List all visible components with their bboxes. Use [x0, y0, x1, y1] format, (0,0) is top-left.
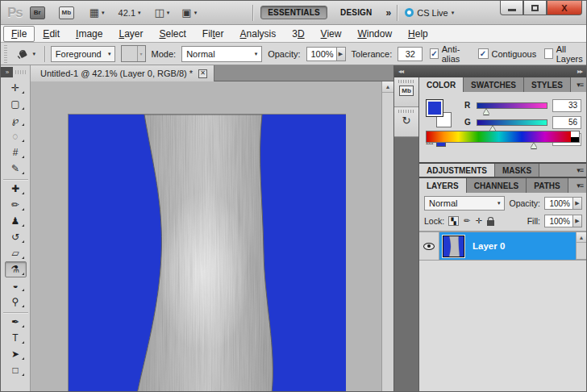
pen-tool[interactable]: ✒	[5, 314, 27, 330]
eraser-tool[interactable]: ▱	[5, 245, 27, 261]
slider-value[interactable]: 33	[552, 99, 581, 112]
fill-spinner[interactable]: ▶	[573, 215, 582, 227]
move-tool[interactable]: ✛	[5, 80, 27, 96]
workspace-essentials[interactable]: ESSENTIALS	[260, 6, 327, 19]
zoom-level-control[interactable]: 42.1 ▾	[119, 8, 141, 18]
menu-select[interactable]: Select	[151, 26, 194, 42]
layer-selected-area[interactable]: Layer 0	[439, 232, 576, 260]
black-chip[interactable]	[571, 137, 579, 143]
paint-bucket-tool[interactable]: ⚗	[5, 261, 27, 277]
opacity-input[interactable]: 100%	[306, 47, 337, 61]
menu-analysis[interactable]: Analysis	[232, 26, 285, 42]
options-bar-grip[interactable]	[4, 45, 7, 63]
contiguous-checkbox[interactable]: ✓ Contiguous	[478, 44, 537, 64]
collapse-dock-button[interactable]: ▸▸	[577, 68, 582, 75]
menu-view[interactable]: View	[313, 26, 350, 42]
all-layers-checkbox[interactable]: ✓ All Layers	[544, 44, 586, 64]
menu-image[interactable]: Image	[68, 26, 110, 42]
dodge-tool[interactable]: ⚲	[5, 294, 27, 310]
tab-channels[interactable]: CHANNELS	[467, 178, 527, 193]
pattern-picker[interactable]	[121, 45, 145, 62]
rectangular-marquee-tool[interactable]: ▢	[5, 96, 27, 112]
slider-marker[interactable]	[483, 109, 489, 115]
quick-selection-tool[interactable]: ◌	[5, 128, 27, 144]
menu-filter[interactable]: Filter	[194, 26, 232, 42]
path-selection-tool[interactable]: ➤	[5, 346, 27, 362]
launch-bridge-button[interactable]: Br	[30, 6, 45, 19]
slider-marker[interactable]	[531, 143, 537, 148]
lock-transparency-button[interactable]: ▚	[448, 216, 459, 226]
tab-styles[interactable]: STYLES	[524, 77, 571, 92]
tab-paths[interactable]: PATHS	[527, 178, 568, 193]
rectangle-tool[interactable]: □	[5, 362, 27, 378]
menu-edit[interactable]: Edit	[35, 26, 68, 42]
tools-collapse-button[interactable]: »	[1, 67, 13, 77]
lasso-tool[interactable]: ℘	[5, 112, 27, 128]
crop-tool[interactable]: #	[5, 144, 27, 161]
brush-tool[interactable]: ✏	[5, 197, 27, 213]
panel-menu-icon[interactable]: ▾≡	[577, 81, 583, 89]
history-brush-tool[interactable]: ↺	[5, 229, 27, 245]
menu-help[interactable]: Help	[400, 26, 436, 42]
minimize-button[interactable]	[500, 1, 523, 15]
blur-tool[interactable]: ◒	[5, 277, 27, 294]
antialias-checkbox[interactable]: ✓ Anti-alias	[430, 44, 469, 64]
tab-masks[interactable]: MASKS	[495, 164, 539, 177]
color-spectrum-ramp[interactable]	[426, 131, 580, 143]
slider-track[interactable]	[477, 102, 547, 109]
canvas-vertical-scrollbar[interactable]: ▲	[381, 81, 393, 391]
lock-position-button[interactable]: ✛	[476, 217, 482, 225]
spot-healing-brush-tool[interactable]: ✚	[5, 181, 27, 197]
panel-menu-icon[interactable]: ▾≡	[577, 166, 583, 174]
tab-color[interactable]: COLOR	[419, 77, 464, 92]
menu-layer[interactable]: Layer	[110, 26, 151, 42]
mode-select[interactable]: Normal ▾	[181, 46, 262, 62]
layer-name[interactable]: Layer 0	[473, 241, 505, 251]
menu-3d[interactable]: 3D	[284, 26, 312, 42]
slider-value[interactable]: 56	[552, 116, 581, 129]
arrange-documents-button[interactable]: ◫ ▾	[155, 7, 170, 18]
screen-mode-button[interactable]: ▣ ▾	[181, 7, 197, 18]
cs-live-button[interactable]: CS Live ▾	[405, 8, 454, 18]
fill-source-select[interactable]: Foreground ▾	[51, 46, 116, 62]
slider-track[interactable]	[477, 119, 547, 126]
launch-mini-bridge-button[interactable]: Mb	[59, 6, 74, 19]
menu-file[interactable]: File	[3, 26, 35, 42]
document-tab[interactable]: Untitled-1 @ 42.1% (Layer 0, RGB/8) * ✕	[31, 65, 214, 81]
lock-pixels-button[interactable]: ✏	[464, 217, 470, 225]
workspace-overflow-button[interactable]: »	[386, 7, 390, 19]
clone-stamp-tool[interactable]: ♟	[5, 213, 27, 229]
panel-menu-icon[interactable]: ▾≡	[577, 181, 583, 190]
eyedropper-tool[interactable]: ✎	[5, 161, 27, 177]
expand-icon-dock-button[interactable]: ◂◂	[398, 68, 403, 75]
history-panel-button[interactable]: ↻	[394, 107, 418, 137]
scroll-up-button[interactable]: ▲	[382, 81, 393, 93]
layer-visibility-toggle[interactable]	[419, 232, 439, 260]
tool-preset-picker[interactable]: ▾	[13, 48, 39, 60]
type-tool[interactable]: T	[5, 330, 27, 346]
canvas-viewport[interactable]: ▲	[31, 81, 393, 391]
scroll-up-button[interactable]: ▲	[577, 232, 586, 243]
document-close-button[interactable]: ✕	[198, 69, 207, 78]
tab-adjustments[interactable]: ADJUSTMENTS	[419, 164, 495, 177]
close-button[interactable]: X	[547, 1, 582, 15]
document-canvas[interactable]	[68, 114, 346, 391]
tab-layers[interactable]: LAYERS	[419, 178, 467, 193]
fill-input[interactable]: 100%	[544, 215, 573, 227]
layers-opacity-spinner[interactable]: ▶	[573, 197, 582, 210]
foreground-color-swatch[interactable]	[426, 99, 443, 117]
layers-opacity-input[interactable]: 100%	[544, 197, 573, 210]
mini-bridge-panel-button[interactable]: Mb	[394, 77, 418, 107]
view-extras-button[interactable]: ▦ ▾	[90, 7, 105, 18]
opacity-spinner[interactable]: ▶	[337, 47, 346, 61]
workspace-design[interactable]: DESIGN	[334, 6, 379, 19]
tab-swatches[interactable]: SWATCHES	[464, 77, 524, 92]
menu-window[interactable]: Window	[349, 26, 400, 42]
tolerance-input[interactable]: 32	[398, 47, 423, 61]
tools-panel-grip[interactable]	[15, 70, 27, 74]
layer-thumbnail[interactable]	[443, 236, 464, 257]
layer-row[interactable]: Layer 0 ▲	[419, 232, 586, 261]
layers-scrollbar[interactable]: ▲	[576, 232, 586, 260]
spectrum-gradient[interactable]	[427, 131, 571, 142]
lock-all-button[interactable]	[487, 220, 494, 226]
